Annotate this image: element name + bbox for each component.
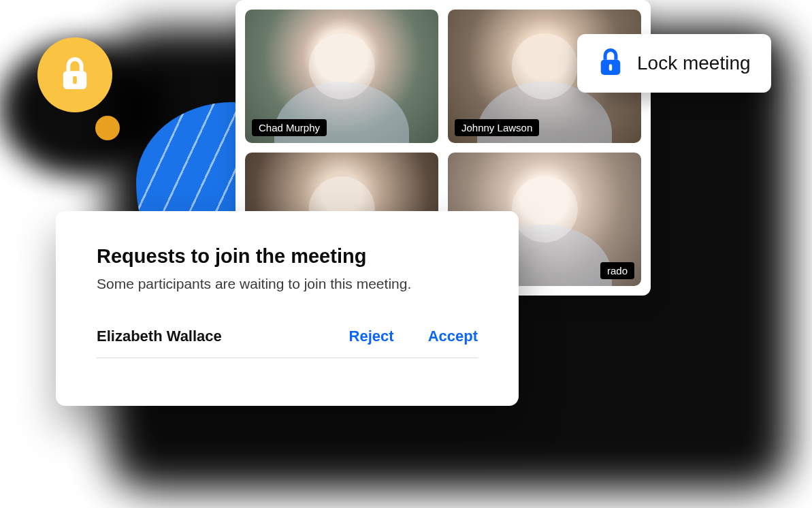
participant-name-label: Johnny Lawson <box>455 119 539 136</box>
join-requests-modal: Requests to join the meeting Some partic… <box>56 211 519 406</box>
modal-title: Requests to join the meeting <box>97 245 478 268</box>
lock-meeting-button[interactable]: Lock meeting <box>577 34 771 93</box>
lock-meeting-label: Lock meeting <box>637 52 751 74</box>
video-tile[interactable]: Chad Murphy <box>245 10 438 143</box>
accept-button[interactable]: Accept <box>428 328 478 345</box>
lock-icon <box>59 54 91 95</box>
join-request-row: Elizabeth Wallace Reject Accept <box>97 328 478 358</box>
svg-rect-3 <box>609 64 612 71</box>
lock-badge <box>37 37 112 112</box>
requester-name: Elizabeth Wallace <box>97 328 222 345</box>
participant-name-label: rado <box>600 262 634 279</box>
lock-icon <box>598 46 623 80</box>
reject-button[interactable]: Reject <box>349 328 394 345</box>
svg-rect-1 <box>73 76 77 84</box>
decorative-dot <box>95 116 120 140</box>
request-actions: Reject Accept <box>349 328 478 345</box>
modal-subtitle: Some participants are waiting to join th… <box>97 276 478 292</box>
participant-name-label: Chad Murphy <box>252 119 327 136</box>
